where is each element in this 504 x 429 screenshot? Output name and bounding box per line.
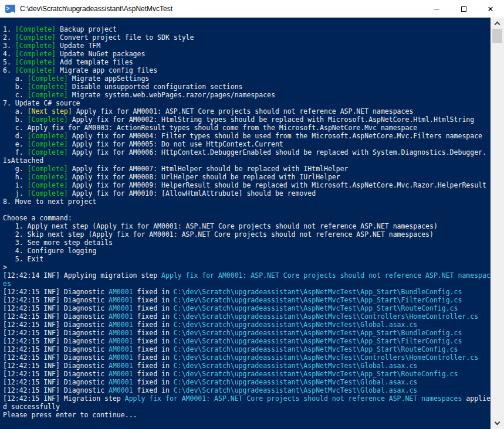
terminal-line: b. [Complete] Disable unsupported config… bbox=[3, 83, 491, 91]
scroll-up-button[interactable] bbox=[491, 18, 504, 28]
terminal-line: [12:42:15 INF] Diagnostic AM0001 fixed i… bbox=[3, 296, 491, 304]
terminal-line: Please press enter to continue... bbox=[3, 411, 491, 419]
minimize-button[interactable] bbox=[423, 0, 450, 18]
title-bar: > C:\dev\Scratch\upgradeassistant\AspNet… bbox=[0, 0, 504, 18]
terminal-line: [12:42:15 INF] Diagnostic AM0001 fixed i… bbox=[3, 345, 491, 353]
terminal-line: 2. [Complete] Convert project file to SD… bbox=[3, 33, 491, 42]
terminal-line: 4. [Complete] Update NuGet packages bbox=[3, 50, 491, 58]
terminal-line: > bbox=[3, 263, 491, 271]
terminal-line: [12:42:15 INF] Migration step Apply fix … bbox=[3, 394, 491, 403]
terminal-line: [12:42:15 INF] Diagnostic AM0001 fixed i… bbox=[3, 370, 491, 378]
terminal-line: 5. [Complete] Add template files bbox=[3, 58, 491, 66]
powershell-icon: > bbox=[5, 5, 15, 13]
powershell-window: > C:\dev\Scratch\upgradeassistant\AspNet… bbox=[0, 0, 504, 429]
close-icon: ✕ bbox=[488, 5, 494, 13]
maximize-button[interactable] bbox=[450, 0, 477, 18]
terminal-line: d successfully bbox=[3, 403, 491, 411]
terminal-line: Choose a command: bbox=[3, 214, 491, 222]
terminal-line: g. [Complete] Apply fix for AM0007: Html… bbox=[3, 165, 491, 173]
chevron-up-icon bbox=[495, 22, 500, 28]
terminal-line: IsAttached bbox=[3, 156, 491, 165]
terminal-line: c. Apply fix for AM0003: ActionResult ty… bbox=[3, 124, 491, 132]
terminal-line: d. [Complete] Apply fix for AM0004: Filt… bbox=[3, 132, 491, 140]
terminal-line: i. [Complete] Apply fix for AM0009: Help… bbox=[3, 181, 491, 189]
terminal-line: 1. [Complete] Backup project bbox=[3, 25, 491, 33]
terminal-line: [12:42:15 INF] Diagnostic AM0001 fixed i… bbox=[3, 329, 491, 337]
terminal-line: [12:42:15 INF] Diagnostic AM0001 fixed i… bbox=[3, 337, 491, 345]
terminal-line: a. [Complete] Migrate appSettings bbox=[3, 74, 491, 83]
minimize-icon bbox=[434, 9, 439, 9]
window-title: C:\dev\Scratch\upgradeassistant\AspNetMv… bbox=[20, 5, 172, 13]
terminal-line: c. [Complete] Migrate system.web.webPage… bbox=[3, 91, 491, 99]
terminal-line: h. [Complete] Apply fix for AM0008: UrlH… bbox=[3, 173, 491, 181]
chevron-down-icon bbox=[495, 420, 500, 425]
window-controls: ✕ bbox=[423, 0, 504, 18]
terminal-line: 6. [Complete] Migrate app config files bbox=[3, 66, 491, 74]
terminal-line: 5. Exit bbox=[3, 255, 491, 263]
terminal-line: e. [Complete] Apply fix for AM0005: Do n… bbox=[3, 140, 491, 148]
terminal-line: 3. See more step details bbox=[3, 239, 491, 247]
scrollbar-thumb[interactable] bbox=[492, 29, 502, 43]
terminal-line: [12:42:15 INF] Diagnostic AM0001 fixed i… bbox=[3, 386, 491, 394]
terminal-line: 2. Skip next step (Apply fix for AM0001:… bbox=[3, 230, 491, 239]
terminal-line: es bbox=[3, 280, 491, 288]
terminal-line: [12:42:15 INF] Diagnostic AM0001 fixed i… bbox=[3, 353, 491, 362]
terminal-output: 1. [Complete] Backup project2. [Complete… bbox=[3, 25, 491, 429]
terminal-line: [12:42:15 INF] Diagnostic AM0001 fixed i… bbox=[3, 304, 491, 312]
terminal-line: a. [Next step] Apply fix for AM0001: ASP… bbox=[3, 107, 491, 115]
terminal-line: [12:42:15 INF] Diagnostic AM0001 fixed i… bbox=[3, 312, 491, 321]
terminal-line: 8. Move to next project bbox=[3, 198, 491, 206]
close-button[interactable]: ✕ bbox=[477, 0, 504, 18]
terminal-line: [12:42:15 INF] Diagnostic AM0001 fixed i… bbox=[3, 362, 491, 370]
terminal-line: [12:42:14 INF] Applying migration step A… bbox=[3, 271, 491, 280]
maximize-icon bbox=[461, 6, 466, 12]
terminal-line: [12:42:15 INF] Diagnostic AM0001 fixed i… bbox=[3, 378, 491, 386]
terminal-line: b. [Complete] Apply fix for AM0002: Html… bbox=[3, 115, 491, 124]
terminal-line: 4. Configure logging bbox=[3, 247, 491, 255]
console-area[interactable]: 1. [Complete] Backup project2. [Complete… bbox=[0, 18, 504, 429]
scrollbar[interactable] bbox=[491, 18, 504, 429]
terminal-line: [12:42:15 INF] Diagnostic AM0001 fixed i… bbox=[3, 288, 491, 296]
scroll-down-button[interactable] bbox=[491, 418, 504, 428]
terminal-line bbox=[3, 206, 491, 214]
terminal-line: [12:42:15 INF] Diagnostic AM0001 fixed i… bbox=[3, 321, 491, 329]
terminal-line: j. [Complete] Apply fix for AM0010: [All… bbox=[3, 189, 491, 198]
terminal-line: 3. [Complete] Update TFM bbox=[3, 42, 491, 50]
terminal-line: f. [Complete] Apply fix for AM0006: Http… bbox=[3, 148, 491, 156]
terminal-line: 7. Update C# source bbox=[3, 99, 491, 107]
terminal-line: 1. Apply next step (Apply fix for AM0001… bbox=[3, 222, 491, 230]
